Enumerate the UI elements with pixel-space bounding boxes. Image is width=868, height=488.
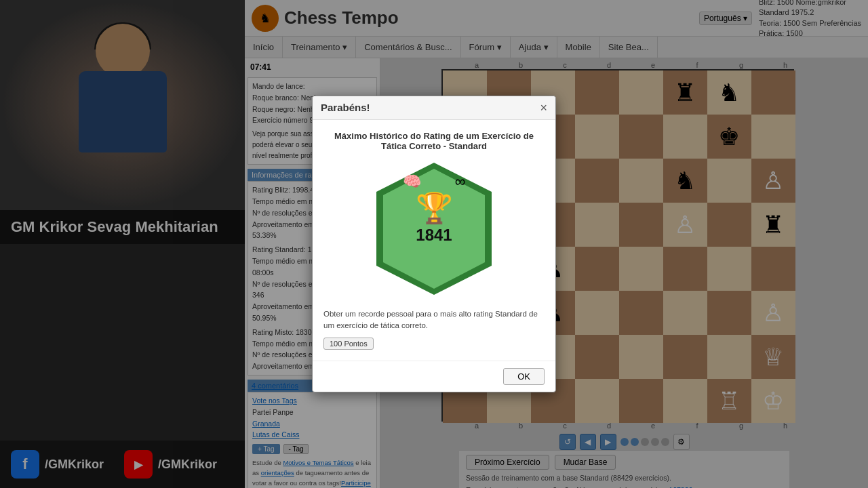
brain-icon: 🧠 — [403, 173, 421, 190]
achievement-modal: Parabéns! × Máximo Histórico do Rating d… — [312, 96, 556, 393]
modal-body: Máximo Histórico do Rating de um Exercíc… — [313, 120, 555, 361]
ok-button[interactable]: OK — [503, 368, 545, 385]
badge-icons-row: 🧠 ∞ — [403, 173, 466, 190]
points-badge: 100 Pontos — [323, 338, 374, 350]
hexagon-outer: 🧠 ∞ 🏆 1841 — [373, 159, 495, 295]
modal-footer: OK — [313, 361, 555, 392]
infinity-icon: ∞ — [455, 173, 466, 190]
modal-overlay: Parabéns! × Máximo Histórico do Rating d… — [0, 0, 868, 488]
modal-header: Parabéns! × — [313, 96, 555, 120]
trophy-figure: 🏆 — [416, 193, 453, 223]
modal-close-button[interactable]: × — [540, 102, 547, 114]
modal-title: Parabéns! — [321, 102, 370, 113]
modal-description: Obter um recorde pessoal para o mais alt… — [323, 308, 545, 332]
badge-container: 🧠 ∞ 🏆 1841 — [366, 159, 502, 302]
achievement-title: Máximo Histórico do Rating de um Exercíc… — [323, 131, 545, 151]
points-container: 100 Pontos — [323, 337, 545, 350]
hex-content: 🧠 ∞ 🏆 1841 — [373, 173, 495, 245]
badge-number: 1841 — [416, 226, 452, 245]
